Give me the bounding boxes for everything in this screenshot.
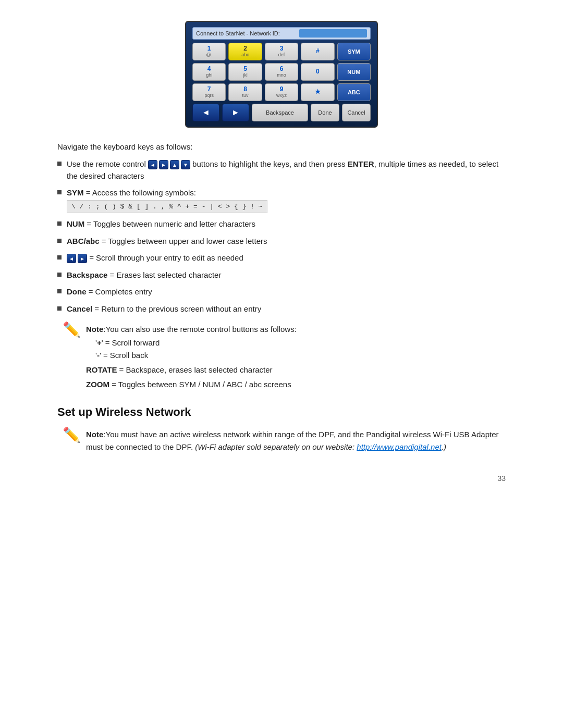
bullet-icon — [57, 273, 62, 277]
bullet-list: Use the remote control ◄ ► ▲ ▼ buttons t… — [57, 158, 506, 315]
key-8[interactable]: 8 tuv — [228, 83, 262, 101]
key-5[interactable]: 5 jkl — [228, 63, 262, 81]
remote-arrows: ◄ ► ▲ ▼ — [148, 160, 190, 169]
remote-text: Use the remote control ◄ ► ▲ ▼ buttons t… — [67, 158, 506, 182]
pandigital-link[interactable]: http://www.pandigital.net — [357, 442, 442, 451]
keyboard-container: Connect to StarNet - Network ID: 1 @. 2 … — [57, 21, 506, 128]
abc-text: ABC/abc = Toggles between upper and lowe… — [67, 236, 506, 248]
bullet-icon — [57, 190, 62, 194]
instructions: Navigate the keyboard keys as follows: U… — [57, 142, 506, 453]
note1-section: ✏️ Note:You can also use the remote cont… — [57, 323, 506, 391]
keyboard-header: Connect to StarNet - Network ID: — [192, 27, 371, 40]
list-item-abc: ABC/abc = Toggles between upper and lowe… — [57, 236, 506, 248]
note1-prefix: Note — [86, 325, 103, 334]
bullet-icon — [57, 239, 62, 243]
key-9[interactable]: 9 wxyz — [265, 83, 298, 101]
sym-bar: \ / : ; ( ) $ & [ ] . , % ^ + = - | < > … — [67, 200, 267, 214]
key-4[interactable]: 4 ghi — [192, 63, 226, 81]
backspace-text: Backspace = Erases last selected charact… — [67, 269, 506, 281]
kb-row-1: 1 @. 2 abc 3 def # SYM — [192, 43, 371, 60]
bullet-icon — [57, 162, 62, 166]
done-text: Done = Completes entry — [67, 286, 506, 298]
key-2[interactable]: 2 abc — [228, 43, 262, 60]
note1-rotate: ROTATE = Backspace, erases last selected… — [86, 364, 297, 376]
arrow-down-icon: ▼ — [181, 160, 190, 169]
kb-row-2: 4 ghi 5 jkl 6 mno 0 NUM — [192, 63, 371, 81]
key-cancel[interactable]: Cancel — [342, 104, 371, 121]
arrow-right-icon: ► — [159, 160, 168, 169]
num-text: NUM = Toggles between numeric and letter… — [67, 218, 506, 230]
key-sym[interactable]: SYM — [337, 43, 371, 60]
bullet-icon — [57, 306, 62, 311]
key-3[interactable]: 3 def — [265, 43, 298, 60]
key-arrow-left[interactable]: ◄ — [192, 104, 219, 121]
note1-plus: '+' = Scroll forward — [95, 337, 297, 349]
list-item-scroll-arrows: ◄ ► = Scroll through your entry to edit … — [57, 252, 506, 264]
key-hash[interactable]: # — [301, 43, 334, 60]
note2-prefix: Note — [86, 430, 103, 439]
bullet-icon — [57, 255, 62, 260]
bullet-icon — [57, 289, 62, 293]
note2-pencil-icon: ✏️ — [63, 426, 81, 443]
scroll-right-icon: ► — [78, 254, 87, 263]
page-number: 33 — [57, 474, 506, 483]
network-id-bar — [299, 29, 367, 38]
key-7[interactable]: 7 pqrs — [192, 83, 226, 101]
note1-text: Note:You can also use the remote control… — [86, 323, 297, 391]
note1-sub-items: '+' = Scroll forward '-' = Scroll back — [95, 337, 297, 362]
intro-text: Navigate the keyboard keys as follows: — [57, 142, 506, 151]
scroll-arrows: ◄ ► — [67, 254, 87, 263]
keyboard-ui: Connect to StarNet - Network ID: 1 @. 2 … — [185, 21, 378, 128]
note1-zoom: ZOOM = Toggles between SYM / NUM / ABC /… — [86, 378, 297, 391]
key-1[interactable]: 1 @. — [192, 43, 226, 60]
key-0[interactable]: 0 — [301, 63, 334, 81]
key-num[interactable]: NUM — [337, 63, 371, 81]
section-heading: Set up Wireless Network — [57, 405, 506, 419]
cancel-bold: Cancel — [67, 304, 92, 313]
key-abc[interactable]: ABC — [337, 83, 371, 101]
key-backspace[interactable]: Backspace — [252, 104, 308, 121]
list-item-backspace: Backspace = Erases last selected charact… — [57, 269, 506, 281]
keyboard-header-label: Connect to StarNet - Network ID: — [196, 30, 280, 36]
abc-bold: ABC/abc — [67, 237, 100, 245]
kb-row-3: 7 pqrs 8 tuv 9 wxyz ★ ABC — [192, 83, 371, 101]
key-arrow-right[interactable]: ► — [222, 104, 249, 121]
rotate-bold: ROTATE — [86, 365, 117, 374]
note2-text: Note:You must have an active wireless ne… — [86, 428, 506, 453]
list-item-done: Done = Completes entry — [57, 286, 506, 298]
kb-rows: 1 @. 2 abc 3 def # SYM — [192, 43, 371, 121]
key-done[interactable]: Done — [311, 104, 339, 121]
list-item-cancel: Cancel = Return to the previous screen w… — [57, 303, 506, 315]
note2-italic: (Wi-Fi adapter sold separately on our we… — [195, 442, 446, 451]
backspace-bold: Backspace — [67, 270, 107, 279]
list-item-sym: SYM = Access the following symbols: \ / … — [57, 187, 506, 213]
sym-text: SYM = Access the following symbols: \ / … — [67, 187, 506, 213]
arrow-up-icon: ▲ — [170, 160, 179, 169]
cancel-text: Cancel = Return to the previous screen w… — [67, 303, 506, 315]
arrow-left-icon: ◄ — [148, 160, 157, 169]
sym-bold: SYM — [67, 188, 84, 197]
num-bold: NUM — [67, 219, 84, 228]
page-content: Connect to StarNet - Network ID: 1 @. 2 … — [57, 21, 506, 483]
key-star[interactable]: ★ — [301, 83, 334, 101]
list-item-num: NUM = Toggles between numeric and letter… — [57, 218, 506, 230]
key-6[interactable]: 6 mno — [265, 63, 298, 81]
note1-minus: '-' = Scroll back — [95, 349, 297, 362]
kb-row-4: ◄ ► Backspace Done Cancel — [192, 104, 371, 121]
zoom-bold: ZOOM — [86, 380, 109, 389]
note2-section: ✏️ Note:You must have an active wireless… — [57, 428, 506, 453]
bullet-icon — [57, 221, 62, 226]
done-bold: Done — [67, 287, 87, 296]
scroll-left-icon: ◄ — [67, 254, 76, 263]
scroll-arrow-text: ◄ ► = Scroll through your entry to edit … — [67, 252, 506, 264]
enter-bold: ENTER — [348, 159, 374, 168]
note-pencil-icon: ✏️ — [63, 321, 81, 338]
list-item-remote: Use the remote control ◄ ► ▲ ▼ buttons t… — [57, 158, 506, 182]
